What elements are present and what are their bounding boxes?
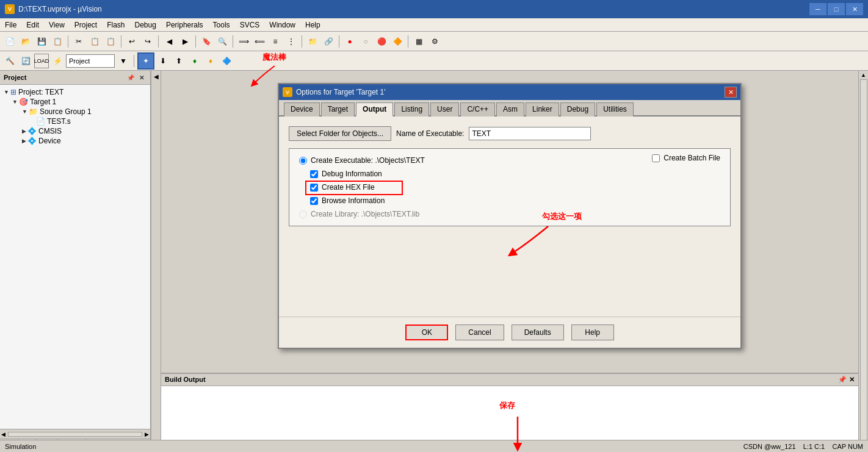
status-left: Simulation — [5, 443, 36, 450]
create-executable-label: Create Executable: .\Objects\TEXT — [311, 156, 425, 165]
create-executable-radio[interactable] — [299, 157, 307, 165]
tab-device[interactable]: Device — [284, 102, 320, 117]
select-folder-button[interactable]: Select Folder for Objects... — [289, 126, 391, 141]
scroll-right-icon[interactable]: ▶ — [145, 431, 149, 437]
executable-input[interactable] — [469, 127, 591, 140]
scroll-left-icon[interactable]: ◀ — [1, 431, 5, 437]
browse-info-checkbox[interactable] — [310, 197, 318, 205]
save-button[interactable]: 💾 — [34, 34, 49, 49]
menu-project[interactable]: Project — [70, 18, 102, 31]
menu-view[interactable]: View — [44, 18, 70, 31]
defaults-button[interactable]: Defaults — [512, 325, 564, 340]
debug-info-checkbox[interactable] — [310, 170, 318, 178]
debug-stop-btn[interactable]: ○ — [358, 34, 373, 49]
debug-run-btn[interactable]: ● — [342, 34, 357, 49]
tab-debug[interactable]: Debug — [560, 102, 595, 117]
left-panel: Project 📌 ✕ ▼ ⊞ Project: TEXT ▼ 🎯 Target… — [0, 71, 151, 452]
panel-pin-icon[interactable]: 📌 — [126, 73, 136, 82]
minimize-button[interactable]: ─ — [809, 3, 826, 15]
download-btn[interactable]: ⬇ — [156, 54, 170, 68]
debug-rtn-btn[interactable]: 🔶 — [390, 34, 405, 49]
nav-fwd-button[interactable]: ▶ — [178, 34, 192, 49]
create-hex-checkbox[interactable] — [310, 184, 318, 192]
app-icon: V — [5, 4, 15, 14]
magic-wand-button[interactable]: ✦ — [137, 52, 154, 70]
nav-back-button[interactable]: ◀ — [162, 34, 176, 49]
menu-edit[interactable]: Edit — [21, 18, 44, 31]
col-btn[interactable]: ≡ — [268, 34, 283, 49]
cancel-button[interactable]: Cancel — [455, 325, 504, 340]
col2-btn[interactable]: ⋮ — [284, 34, 298, 49]
target-select[interactable]: Project — [66, 54, 115, 68]
sep8 — [408, 35, 408, 48]
tab-linker[interactable]: Linker — [526, 102, 559, 117]
redo-button[interactable]: ↪ — [140, 34, 155, 49]
dialog-buttons: OK Cancel Defaults Help — [279, 317, 740, 348]
build-btn[interactable]: 🔨 — [2, 54, 17, 68]
tab-output[interactable]: Output — [356, 102, 393, 117]
tab-utilities[interactable]: Utilities — [596, 102, 634, 117]
tree-item-device[interactable]: ▶ 💠 Device — [2, 136, 148, 146]
bookmark-button[interactable]: 🔖 — [199, 34, 214, 49]
undo-button[interactable]: ↩ — [125, 34, 139, 49]
menu-file[interactable]: File — [0, 18, 21, 31]
ok-button[interactable]: OK — [405, 325, 448, 340]
load-btn[interactable]: LOAD — [34, 54, 49, 68]
yellow-btn[interactable]: ♦ — [203, 54, 218, 68]
tab-cpp[interactable]: C/C++ — [460, 102, 495, 117]
indent-btn[interactable]: ⟹ — [236, 34, 251, 49]
new-file-button[interactable]: 📄 — [2, 34, 17, 49]
right-panel: ◀ ▲ ▼ ▶ Build Output 📌 ✕ — [151, 71, 868, 452]
tab-target[interactable]: Target — [321, 102, 355, 117]
find-button[interactable]: 🔍 — [215, 34, 230, 49]
menu-flash[interactable]: Flash — [102, 18, 129, 31]
target-dropdown-btn[interactable]: ▼ — [116, 54, 131, 68]
maximize-button[interactable]: □ — [828, 3, 845, 15]
tab-asm[interactable]: Asm — [496, 102, 524, 117]
hex-btn[interactable]: 🔷 — [219, 54, 234, 68]
save-all-button[interactable]: 📋 — [50, 34, 65, 49]
green-btn[interactable]: ♦ — [187, 54, 202, 68]
options-dialog: V Options for Target 'Target 1' ✕ Device… — [278, 83, 742, 349]
h-scrollbar[interactable]: ◀ ▶ — [0, 429, 150, 439]
paste-button[interactable]: 📋 — [103, 34, 118, 49]
dialog-close-button[interactable]: ✕ — [725, 87, 737, 98]
menu-svcs[interactable]: SVCS — [235, 18, 265, 31]
tree-item-sourcegroup[interactable]: ▼ 📁 Source Group 1 — [2, 107, 148, 117]
menu-tools[interactable]: Tools — [208, 18, 235, 31]
scroll-thumb[interactable] — [8, 432, 142, 437]
tab-listing[interactable]: Listing — [394, 102, 429, 117]
empty-content-area — [289, 234, 731, 307]
menu-peripherals[interactable]: Peripherals — [161, 18, 208, 31]
rebuild-btn[interactable]: 🔄 — [18, 54, 33, 68]
windows-btn[interactable]: ▦ — [411, 34, 426, 49]
flash-btn[interactable]: ⚡ — [50, 54, 65, 68]
erase-btn[interactable]: ⬆ — [172, 54, 186, 68]
menu-window[interactable]: Window — [264, 18, 300, 31]
menu-debug[interactable]: Debug — [130, 18, 161, 31]
tree-item-cmsis[interactable]: ▶ 💠 CMSIS — [2, 126, 148, 136]
insert-btn[interactable]: 🔗 — [321, 34, 336, 49]
target-icon: 🎯 — [19, 98, 28, 106]
close-button[interactable]: ✕ — [846, 3, 863, 15]
template-btn[interactable]: 📁 — [305, 34, 320, 49]
tab-user[interactable]: User — [430, 102, 459, 117]
tree-item-tests[interactable]: 📄 TEST.s — [2, 117, 148, 126]
menu-help[interactable]: Help — [300, 18, 325, 31]
options-btn[interactable]: ⚙ — [427, 34, 442, 49]
tree-item-project[interactable]: ▼ ⊞ Project: TEXT — [2, 87, 148, 97]
panel-close-icon[interactable]: ✕ — [137, 73, 146, 82]
project-tree: ▼ ⊞ Project: TEXT ▼ 🎯 Target 1 ▼ 📁 Sourc… — [0, 85, 150, 429]
outdent-btn[interactable]: ⟸ — [252, 34, 267, 49]
expand-icon: ▼ — [22, 109, 27, 115]
copy-button[interactable]: 📋 — [87, 34, 102, 49]
status-bar: Simulation CSDN @ww_121 L:1 C:1 CAP NUM — [0, 440, 868, 452]
open-button[interactable]: 📂 — [18, 34, 33, 49]
create-library-radio — [299, 210, 307, 218]
help-button[interactable]: Help — [571, 325, 614, 340]
cut-button[interactable]: ✂ — [71, 34, 86, 49]
create-batch-checkbox[interactable] — [652, 154, 660, 162]
tree-item-target1[interactable]: ▼ 🎯 Target 1 — [2, 97, 148, 107]
debug-step-btn[interactable]: 🔴 — [374, 34, 389, 49]
project-panel-header: Project 📌 ✕ — [0, 71, 150, 85]
